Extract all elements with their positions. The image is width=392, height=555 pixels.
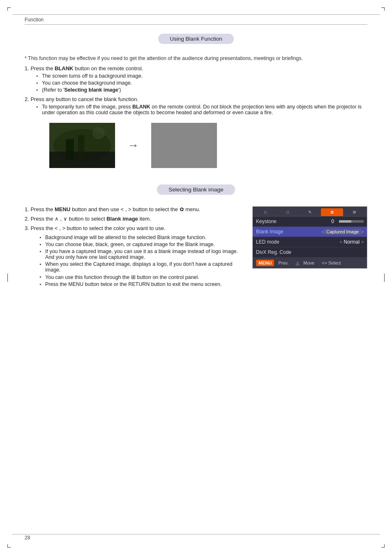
section2-right: □ □ ✎ ✿ ⚙ — [248, 206, 367, 288]
menu-tab-3: ✎ — [299, 208, 321, 216]
blank-image-label: Blank Image — [256, 229, 321, 235]
step2-text: 2. Press any button to cancel the blank … — [25, 96, 138, 102]
section2-step3: 3. Press the < , > button to select the … — [25, 225, 240, 231]
move-icon: △ — [296, 260, 299, 266]
s2-step1-mid: button and then use — [70, 206, 120, 212]
image-demo: → — [49, 123, 367, 168]
side-mark-right — [384, 274, 385, 282]
page-container: Function Using Blank Function * This fun… — [0, 0, 392, 555]
menu-bottom-bar: MENU Prev. △ Move <> Select — [253, 258, 367, 268]
menu-row-divx: DivX Reg. Code — [253, 247, 367, 258]
menu-tab-5: ⚙ — [343, 208, 365, 216]
top-rule — [12, 14, 380, 15]
corner-mark-br — [381, 544, 385, 548]
section2-step2: 2. Press the ∧ , ∨ button to select Blan… — [25, 216, 240, 222]
s2-b1-text: Background image will be altered to the … — [45, 235, 206, 240]
demo-arrow: → — [127, 139, 139, 152]
led-mode-value: Normal — [344, 239, 360, 245]
tab1-icon: □ — [264, 210, 267, 214]
section2-left: 1. Press the MENU button and then use < … — [25, 206, 240, 288]
step1-suffix: button on the remote control. — [73, 65, 143, 71]
s2-bullet-4: When you select the Captured image, disp… — [39, 261, 240, 273]
menu-row-blank-image: Blank Image < Captured Image > — [253, 227, 367, 237]
bullet-1-3-bold: Selecting blank image — [65, 87, 118, 93]
demo-photo-image — [49, 123, 115, 168]
keystone-value: 0 — [331, 219, 364, 224]
s2-b2-text: You can choose blue, black, green, or ca… — [45, 242, 215, 247]
s2-step2-suffix: item. — [138, 216, 151, 222]
s2-b5-text: You can use this function through the ⊞ … — [45, 274, 199, 280]
section2-step1: 1. Press the MENU button and then use < … — [25, 206, 240, 212]
s2-b3-text: If you have a captured image, you can us… — [45, 249, 238, 260]
menu-row-keystone: Keystone 0 — [253, 216, 367, 227]
menu-btn-label: MENU — [256, 260, 274, 266]
corner-mark-tl — [7, 7, 11, 11]
s2-step3-text: 3. Press the < , > button to select the … — [25, 225, 166, 231]
led-mode-arrow-right: > — [361, 240, 364, 244]
corner-mark-tr — [381, 7, 385, 11]
blank-bold: BLANK — [132, 104, 150, 110]
menu-tab-1: □ — [254, 208, 277, 216]
section-blank-function: Using Blank Function * This function may… — [25, 30, 367, 168]
select-label: <> Select — [322, 260, 341, 265]
bullet-1-3-end: ') — [118, 87, 121, 93]
prev-label: Prev. — [278, 260, 288, 265]
main-content: Function Using Blank Function * This fun… — [0, 0, 392, 317]
s2-step1-suffix: button to select the — [131, 206, 179, 212]
photo-svg — [49, 123, 115, 168]
s2-b6-text: Press the MENU button twice or the RETUR… — [45, 281, 221, 287]
section1-step1: 1. Press the BLANK button on the remote … — [25, 65, 367, 93]
section2-bullets: Background image will be altered to the … — [39, 235, 240, 287]
s2-bullet-1: Background image will be altered to the … — [39, 235, 240, 240]
blank-image-value: Captured Image — [324, 229, 361, 235]
menu-tab-2: □ — [277, 208, 299, 216]
page-number: 28 — [25, 535, 30, 541]
menu-row-led-mode: LED mode < Normal > — [253, 237, 367, 247]
section2-title: Selecting Blank image — [157, 184, 235, 195]
step1-prefix: 1. Press the — [25, 65, 55, 71]
s2-step2-bold: Blank image — [106, 216, 138, 222]
tab3-icon: ✎ — [308, 210, 311, 214]
step2-bullets: To temporarily turn off the image, press… — [36, 104, 367, 115]
two-col-layout: 1. Press the MENU button and then use < … — [25, 206, 367, 288]
svg-rect-5 — [78, 135, 84, 160]
keystone-label: Keystone — [256, 219, 331, 224]
s2-bullet-5: You can use this function through the ⊞ … — [39, 274, 240, 280]
header-section: Function — [25, 16, 367, 25]
divx-label: DivX Reg. Code — [256, 249, 364, 255]
menu-panel: □ □ ✎ ✿ ⚙ — [252, 206, 367, 269]
step1-bold: BLANK — [55, 65, 74, 71]
tab4-icon: ✿ — [330, 210, 334, 214]
s2-step1-prefix: 1. Press the — [25, 206, 55, 212]
menu-tab-4-active: ✿ — [321, 208, 343, 216]
s2-step1-bold: MENU — [55, 206, 70, 212]
s2-bullet-2: You can choose blue, black, green, or ca… — [39, 242, 240, 247]
blank-image-arrow-right: > — [361, 230, 364, 234]
section1-intro: * This function may be effective if you … — [25, 55, 367, 61]
bullet-2-1-prefix: To temporarily turn off the image, press — [42, 104, 132, 110]
s2-step1-end: menu. — [184, 206, 201, 212]
led-mode-arrow-left: < — [340, 240, 342, 244]
side-mark-left — [7, 274, 8, 282]
s2-b4-text: When you select the Captured image, disp… — [45, 261, 232, 273]
tab2-icon: □ — [286, 210, 289, 214]
svg-point-3 — [92, 127, 105, 139]
section1-step2: 2. Press any button to cancel the blank … — [25, 96, 367, 115]
keystone-slider — [339, 220, 364, 223]
s2-step2-prefix: 2. Press the ∧ , ∨ button to select — [25, 216, 106, 222]
svg-rect-4 — [66, 139, 74, 160]
bullet-2-1: To temporarily turn off the image, press… — [36, 104, 367, 115]
bullet-1-1: The screen turns off to a background ima… — [36, 73, 367, 79]
section1-title: Using Blank Function — [158, 34, 234, 44]
step1-bullets: The screen turns off to a background ima… — [36, 73, 367, 93]
keystone-number: 0 — [331, 219, 334, 224]
bullet-1-2: You can choose the background image. — [36, 80, 367, 86]
tab5-icon: ⚙ — [353, 210, 356, 214]
s2-step1-icon: ✿ — [180, 206, 184, 212]
move-label: Move — [303, 260, 314, 265]
bullet-1-3-prefix: (Refer to ' — [42, 87, 65, 93]
corner-mark-bl — [7, 544, 11, 548]
keystone-slider-fill — [339, 220, 351, 223]
s2-bullet-3: If you have a captured image, you can us… — [39, 249, 240, 260]
header-label: Function — [25, 17, 44, 23]
